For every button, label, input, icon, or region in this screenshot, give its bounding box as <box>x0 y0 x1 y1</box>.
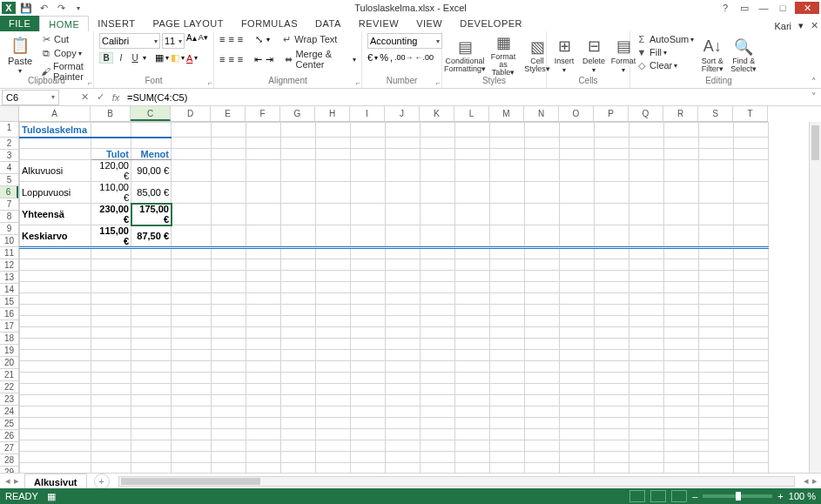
cell-C22[interactable] <box>131 407 172 418</box>
cell-J23[interactable] <box>386 418 421 429</box>
cell-Q5[interactable] <box>629 182 664 204</box>
cell-L13[interactable] <box>455 305 490 316</box>
cell-D16[interactable] <box>172 339 212 350</box>
cell-P13[interactable] <box>595 305 629 316</box>
fill-button[interactable]: ▼Fill▾ <box>636 46 694 58</box>
cell-D4[interactable] <box>172 160 212 182</box>
cell-D20[interactable] <box>172 384 212 395</box>
cell-K17[interactable] <box>421 350 455 361</box>
save-icon[interactable]: 💾 <box>19 2 33 14</box>
cell-C11[interactable] <box>131 282 172 293</box>
cell-D3[interactable] <box>172 149 212 160</box>
cell-B26[interactable] <box>91 452 131 463</box>
cell-R15[interactable] <box>664 327 699 339</box>
cell-G11[interactable] <box>281 282 316 293</box>
cell-H13[interactable] <box>316 305 351 316</box>
cell-M21[interactable] <box>490 395 525 407</box>
close-icon[interactable]: ✕ <box>795 2 819 14</box>
cell-N17[interactable] <box>525 350 560 361</box>
cell-E9[interactable] <box>212 259 246 271</box>
cell-C20[interactable] <box>131 384 172 395</box>
cell-Q20[interactable] <box>629 384 664 395</box>
cell-J19[interactable] <box>386 373 421 384</box>
cell-Q16[interactable] <box>629 339 664 350</box>
cell-G8[interactable] <box>281 248 316 259</box>
row-header-19[interactable]: 19 <box>0 345 18 357</box>
cell-S15[interactable] <box>699 327 734 339</box>
cell-S10[interactable] <box>699 271 734 282</box>
cell-O11[interactable] <box>560 282 595 293</box>
sort-filter-button[interactable]: A↓Sort &Filter▾ <box>699 33 725 77</box>
col-header-O[interactable]: O <box>559 106 594 121</box>
cell-N8[interactable] <box>525 248 560 259</box>
cell-D13[interactable] <box>172 305 212 316</box>
cell-O10[interactable] <box>560 271 595 282</box>
cell-O7[interactable] <box>560 225 595 248</box>
cell-O17[interactable] <box>560 350 595 361</box>
cell-K9[interactable] <box>421 259 455 271</box>
cell-S2[interactable] <box>699 138 734 149</box>
cell-E20[interactable] <box>212 384 246 395</box>
cells-table[interactable]: TuloslaskelmaTulotMenotAlkuvuosi120,00 €… <box>19 122 769 473</box>
cell-B16[interactable] <box>91 339 131 350</box>
cell-R4[interactable] <box>664 160 699 182</box>
cell-A8[interactable] <box>20 248 91 259</box>
help-icon[interactable]: ? <box>718 2 732 14</box>
cell-Q17[interactable] <box>629 350 664 361</box>
cell-I24[interactable] <box>351 429 386 440</box>
row-header-17[interactable]: 17 <box>0 320 18 333</box>
cell-L14[interactable] <box>455 316 490 327</box>
copy-button[interactable]: ⧉Copy▾ <box>40 47 88 59</box>
cell-S18[interactable] <box>699 361 734 373</box>
cell-J12[interactable] <box>386 293 421 305</box>
cell-K5[interactable] <box>421 182 455 204</box>
cell-P18[interactable] <box>595 361 629 373</box>
border-icon[interactable]: ▦ <box>155 52 164 64</box>
col-header-K[interactable]: K <box>420 106 454 121</box>
font-name-combo[interactable]: Calibri▾ <box>99 33 160 49</box>
cell-N7[interactable] <box>525 225 560 248</box>
cell-R23[interactable] <box>664 418 699 429</box>
cell-E25[interactable] <box>212 440 246 452</box>
cell-B6[interactable]: 230,00 € <box>91 204 131 225</box>
cell-A21[interactable] <box>20 395 91 407</box>
cell-F24[interactable] <box>246 429 281 440</box>
cell-C9[interactable] <box>131 259 172 271</box>
cell-L25[interactable] <box>455 440 490 452</box>
formula-input[interactable] <box>124 92 807 103</box>
cell-B22[interactable] <box>91 407 131 418</box>
cell-D26[interactable] <box>172 452 212 463</box>
cell-J6[interactable] <box>386 204 421 225</box>
cell-G14[interactable] <box>281 316 316 327</box>
cell-T27[interactable] <box>734 463 769 474</box>
delete-cells-button[interactable]: ⊟Delete▾ <box>582 33 606 77</box>
enter-formula-icon[interactable]: ✓ <box>92 91 108 103</box>
row-header-24[interactable]: 24 <box>0 406 18 418</box>
clear-button[interactable]: ◇Clear▾ <box>636 59 694 71</box>
cell-A7[interactable]: Keskiarvo <box>20 225 91 248</box>
cell-T25[interactable] <box>734 440 769 452</box>
row-header-14[interactable]: 14 <box>0 284 18 296</box>
col-header-J[interactable]: J <box>385 106 420 121</box>
cell-J2[interactable] <box>386 138 421 149</box>
row-header-25[interactable]: 25 <box>0 418 18 430</box>
cell-G2[interactable] <box>281 138 316 149</box>
cell-O26[interactable] <box>560 452 595 463</box>
row-header-21[interactable]: 21 <box>0 369 18 381</box>
cell-M15[interactable] <box>490 327 525 339</box>
cell-K11[interactable] <box>421 282 455 293</box>
cell-D7[interactable] <box>172 225 212 248</box>
cell-A26[interactable] <box>20 452 91 463</box>
view-page-break-icon[interactable] <box>671 490 687 502</box>
cell-I21[interactable] <box>351 395 386 407</box>
cell-O13[interactable] <box>560 305 595 316</box>
cell-D19[interactable] <box>172 373 212 384</box>
cell-I2[interactable] <box>351 138 386 149</box>
name-box[interactable]: C6▾ <box>2 90 59 105</box>
font-color-icon[interactable]: A <box>186 53 192 64</box>
cell-M23[interactable] <box>490 418 525 429</box>
cell-O2[interactable] <box>560 138 595 149</box>
add-sheet-button[interactable]: + <box>94 474 110 489</box>
cell-H11[interactable] <box>316 282 351 293</box>
cell-E1[interactable] <box>212 123 246 138</box>
